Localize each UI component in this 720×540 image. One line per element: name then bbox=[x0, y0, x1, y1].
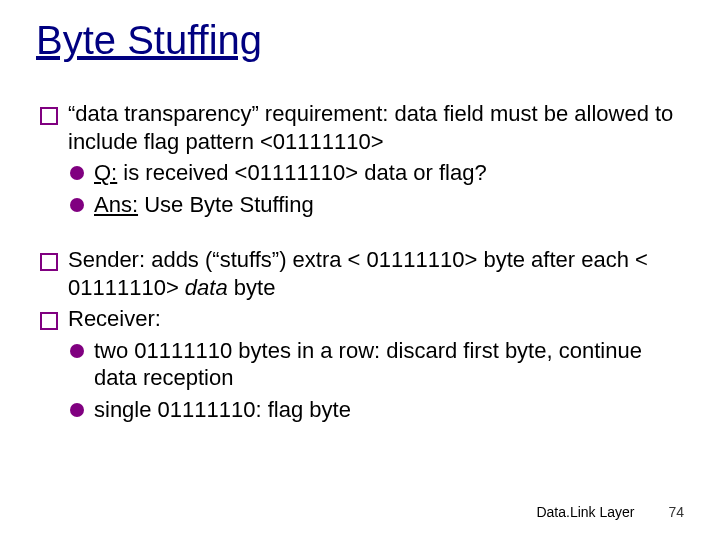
bullet-receiver: Receiver: bbox=[40, 305, 680, 333]
sender-text-a: Sender: adds (“stuffs”) extra < 01111110… bbox=[68, 247, 648, 300]
spacer bbox=[40, 222, 680, 246]
square-bullet-icon bbox=[40, 312, 58, 330]
q-rest: is received <01111110> data or flag? bbox=[117, 160, 486, 185]
slide: Byte Stuffing “data transparency” requir… bbox=[0, 0, 720, 540]
bullet-sender: Sender: adds (“stuffs”) extra < 01111110… bbox=[40, 246, 680, 301]
slide-title: Byte Stuffing bbox=[36, 18, 262, 63]
square-bullet-icon bbox=[40, 253, 58, 271]
bullet-text: single 01111110: flag byte bbox=[94, 396, 680, 424]
bullet-ans: Ans: Use Byte Stuffing bbox=[70, 191, 680, 219]
circle-bullet-icon bbox=[70, 344, 84, 358]
footer-page-number: 74 bbox=[668, 504, 684, 520]
circle-bullet-icon bbox=[70, 166, 84, 180]
bullet-receiver-sub2: single 01111110: flag byte bbox=[70, 396, 680, 424]
bullet-text: Q: is received <01111110> data or flag? bbox=[94, 159, 680, 187]
sender-text-em: data bbox=[185, 275, 228, 300]
ans-label: Ans: bbox=[94, 192, 138, 217]
bullet-text: two 01111110 bytes in a row: discard fir… bbox=[94, 337, 680, 392]
bullet-text: Receiver: bbox=[68, 305, 680, 333]
q-label: Q: bbox=[94, 160, 117, 185]
circle-bullet-icon bbox=[70, 403, 84, 417]
bullet-text: Ans: Use Byte Stuffing bbox=[94, 191, 680, 219]
sender-text-tail: byte bbox=[228, 275, 276, 300]
bullet-receiver-sub1: two 01111110 bytes in a row: discard fir… bbox=[70, 337, 680, 392]
slide-footer: Data.Link Layer 74 bbox=[536, 504, 684, 520]
bullet-text: “data transparency” requirement: data fi… bbox=[68, 100, 680, 155]
bullet-transparency: “data transparency” requirement: data fi… bbox=[40, 100, 680, 155]
bullet-text: Sender: adds (“stuffs”) extra < 01111110… bbox=[68, 246, 680, 301]
square-bullet-icon bbox=[40, 107, 58, 125]
bullet-q: Q: is received <01111110> data or flag? bbox=[70, 159, 680, 187]
footer-label: Data.Link Layer bbox=[536, 504, 634, 520]
circle-bullet-icon bbox=[70, 198, 84, 212]
slide-body: “data transparency” requirement: data fi… bbox=[40, 100, 680, 427]
ans-rest: Use Byte Stuffing bbox=[138, 192, 314, 217]
